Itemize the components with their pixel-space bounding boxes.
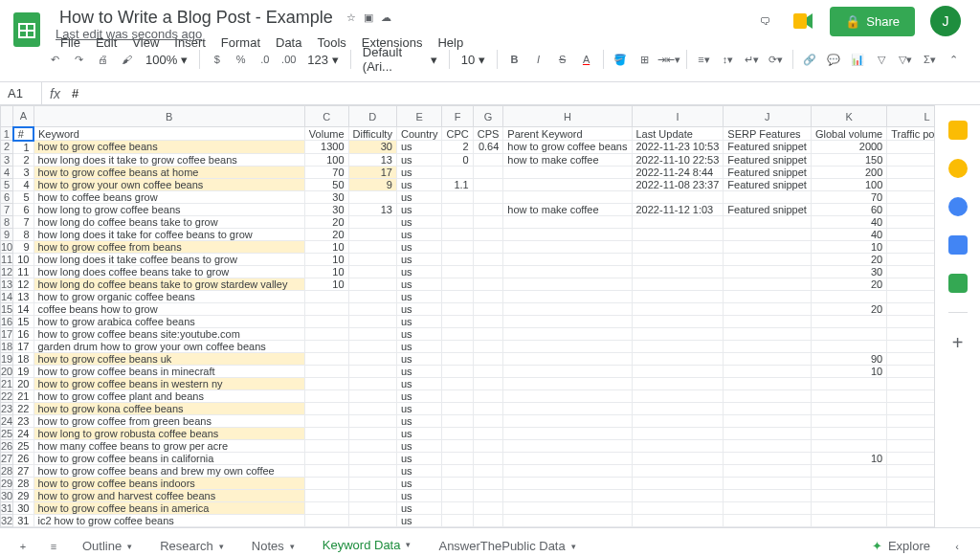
cell[interactable] [503, 253, 632, 265]
cell[interactable] [632, 389, 724, 402]
row-header[interactable]: 25 [1, 427, 13, 439]
cell[interactable] [473, 501, 503, 514]
cell[interactable] [442, 327, 473, 340]
cell[interactable] [632, 315, 724, 327]
cell[interactable]: us [396, 427, 442, 439]
cell[interactable] [887, 365, 934, 377]
cell[interactable] [304, 290, 348, 302]
cell[interactable]: 21 [13, 389, 33, 402]
cell[interactable]: how long to grow coffee beans [33, 203, 304, 215]
cell[interactable] [442, 526, 473, 527]
share-button[interactable]: 🔒 Share [830, 7, 915, 36]
cell[interactable] [724, 228, 812, 240]
cell[interactable] [887, 414, 934, 427]
cell[interactable] [503, 302, 632, 315]
column-header-E[interactable]: E [396, 106, 442, 127]
cell[interactable] [473, 166, 503, 178]
cell[interactable] [473, 402, 503, 414]
cell[interactable]: 20 [811, 278, 886, 290]
cell[interactable] [304, 352, 348, 365]
cell[interactable] [632, 240, 724, 253]
cell[interactable]: 2022-11-12 1:03 [632, 203, 724, 215]
cell[interactable] [887, 240, 934, 253]
cell[interactable]: us [396, 477, 442, 489]
cell[interactable]: 4 [13, 178, 33, 190]
cell[interactable] [348, 526, 396, 527]
cell[interactable] [304, 501, 348, 514]
cell[interactable] [632, 365, 724, 377]
cell[interactable] [442, 315, 473, 327]
cell[interactable] [887, 427, 934, 439]
row-header[interactable]: 7 [1, 203, 13, 215]
cell[interactable] [503, 178, 632, 190]
cell[interactable] [442, 215, 473, 228]
comment-history-icon[interactable]: 🗨 [753, 10, 776, 33]
cell[interactable] [503, 340, 632, 352]
comment-button[interactable]: 💬 [823, 47, 845, 72]
cell[interactable]: us [396, 253, 442, 265]
cell[interactable]: 26 [13, 452, 33, 464]
cell[interactable] [503, 315, 632, 327]
cell[interactable] [442, 514, 473, 526]
functions-button[interactable]: Σ▾ [919, 47, 941, 72]
cell[interactable] [503, 352, 632, 365]
row-header[interactable]: 19 [1, 352, 13, 365]
cell[interactable] [503, 166, 632, 178]
cell[interactable]: 0.64 [473, 141, 503, 154]
cell[interactable]: 28 [13, 477, 33, 489]
cell[interactable] [724, 302, 812, 315]
chevron-down-icon[interactable]: ▾ [290, 542, 295, 551]
cell[interactable] [811, 402, 886, 414]
cell[interactable] [632, 290, 724, 302]
cell[interactable] [503, 377, 632, 389]
cell[interactable]: 10 [304, 253, 348, 265]
cell[interactable] [304, 402, 348, 414]
cell[interactable] [304, 439, 348, 452]
row-header[interactable]: 6 [1, 190, 13, 203]
cell[interactable] [348, 290, 396, 302]
row-header[interactable]: 18 [1, 340, 13, 352]
cell[interactable]: garden drum how to grow your own coffee … [33, 340, 304, 352]
cell[interactable]: CPS [473, 127, 503, 141]
row-header[interactable]: 30 [1, 489, 13, 501]
cell[interactable] [811, 514, 886, 526]
cell[interactable] [887, 402, 934, 414]
cell[interactable]: # [13, 127, 33, 141]
cell[interactable]: us [396, 352, 442, 365]
cell[interactable]: us [396, 452, 442, 464]
row-header[interactable]: 20 [1, 365, 13, 377]
row-header[interactable]: 1 [1, 127, 13, 141]
cell[interactable]: 30 [304, 203, 348, 215]
row-header[interactable]: 13 [1, 278, 13, 290]
cell[interactable]: us [396, 290, 442, 302]
cell[interactable] [503, 477, 632, 489]
cell[interactable] [632, 228, 724, 240]
cell[interactable] [442, 228, 473, 240]
cell[interactable] [304, 389, 348, 402]
cell[interactable] [348, 228, 396, 240]
cell[interactable] [503, 414, 632, 427]
cell[interactable]: us [396, 141, 442, 154]
cell[interactable] [811, 501, 886, 514]
cell[interactable]: 25 [13, 439, 33, 452]
cell[interactable] [348, 464, 396, 477]
cell[interactable] [348, 190, 396, 203]
cell[interactable] [811, 439, 886, 452]
cell[interactable] [442, 439, 473, 452]
row-header[interactable]: 11 [1, 253, 13, 265]
rotate-button[interactable]: ⟳▾ [765, 47, 787, 72]
cell[interactable] [724, 489, 812, 501]
column-header-D[interactable]: D [348, 106, 396, 127]
cell[interactable]: 11 [13, 265, 33, 278]
cell[interactable]: CPC [442, 127, 473, 141]
cell[interactable] [442, 389, 473, 402]
cell[interactable] [473, 452, 503, 464]
row-header[interactable]: 31 [1, 501, 13, 514]
cell[interactable]: 32 [13, 526, 33, 527]
format-number-button[interactable]: 123▾ [301, 53, 345, 67]
row-header[interactable]: 2 [1, 141, 13, 154]
column-header-A[interactable]: A [13, 106, 33, 127]
cell[interactable]: 31 [13, 514, 33, 526]
cell[interactable]: 13 [348, 153, 396, 166]
cell[interactable] [724, 340, 812, 352]
